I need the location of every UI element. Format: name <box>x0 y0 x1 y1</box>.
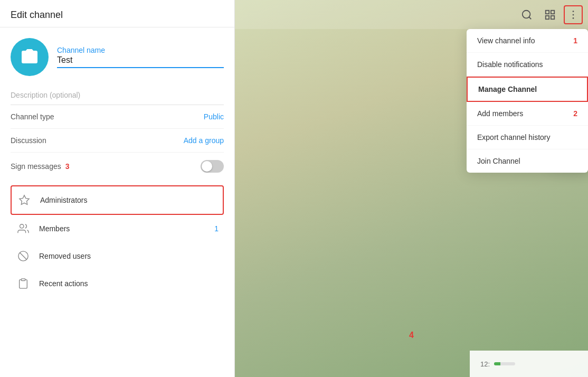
bottom-bar: 12: CANCEL <box>470 351 588 377</box>
disable-notifications-label: Disable notifications <box>477 60 543 69</box>
add-members-label: Add members <box>477 109 523 118</box>
svg-line-3 <box>20 253 27 260</box>
svg-rect-4 <box>21 279 25 281</box>
channel-type-label: Channel type <box>11 112 54 121</box>
dropdown-add-members[interactable]: Add members 2 <box>467 102 588 126</box>
sign-messages-label-group: Sign messages 3 <box>11 162 70 171</box>
join-channel-label: Join Channel <box>477 157 520 165</box>
ban-icon <box>16 249 31 263</box>
nav-item-recent-actions[interactable]: Recent actions <box>11 270 224 297</box>
administrators-label: Administrators <box>40 196 87 204</box>
left-panel: Edit channel Channel name Test Descripti… <box>0 0 235 377</box>
nav-item-members[interactable]: Members 1 <box>11 215 224 242</box>
members-label: Members <box>39 224 70 233</box>
avatar[interactable] <box>11 38 49 76</box>
step-3-number: 3 <box>65 162 70 171</box>
channel-name-label: Channel name <box>57 46 224 54</box>
time-label: 12: <box>480 360 490 368</box>
svg-point-1 <box>20 224 24 228</box>
discussion-value[interactable]: Add a group <box>184 136 224 145</box>
discussion-label: Discussion <box>11 136 46 145</box>
page-title: Edit channel <box>11 10 63 20</box>
main-area: View channel info 1 Disable notification… <box>235 0 588 377</box>
channel-type-value[interactable]: Public <box>204 112 224 121</box>
channel-type-row: Channel type Public <box>11 105 224 129</box>
channel-profile: Channel name Test <box>0 27 234 81</box>
progress-fill <box>494 362 500 365</box>
view-channel-info-num: 1 <box>573 36 577 45</box>
users-icon <box>16 221 31 236</box>
progress-bar <box>494 362 515 365</box>
dropdown-disable-notifications[interactable]: Disable notifications <box>467 53 588 77</box>
dropdown-join-channel[interactable]: Join Channel <box>467 149 588 173</box>
discussion-row: Discussion Add a group <box>11 129 224 153</box>
dropdown-export-channel-history[interactable]: Export channel history <box>467 126 588 149</box>
nav-items: Administrators Members 1 <box>0 185 234 297</box>
nav-item-administrators[interactable]: Administrators <box>11 185 224 215</box>
settings-section: Channel type Public Discussion Add a gro… <box>0 105 234 180</box>
sign-messages-row: Sign messages 3 <box>11 153 224 180</box>
dropdown-manage-channel[interactable]: Manage Channel <box>467 77 588 102</box>
sign-messages-label: Sign messages <box>11 162 61 171</box>
nav-item-removed-users[interactable]: Removed users <box>11 242 224 270</box>
removed-users-label: Removed users <box>39 252 91 260</box>
export-channel-history-label: Export channel history <box>477 133 551 142</box>
members-count: 1 <box>214 224 219 233</box>
progress-indicator: 12: <box>480 360 515 368</box>
svg-marker-0 <box>20 195 29 204</box>
dropdown-menu: View channel info 1 Disable notification… <box>467 29 588 173</box>
recent-actions-label: Recent actions <box>39 279 88 288</box>
view-channel-info-label: View channel info <box>477 36 535 45</box>
sign-messages-toggle[interactable] <box>201 160 224 173</box>
star-icon <box>17 193 32 208</box>
add-members-num: 2 <box>573 109 577 118</box>
step-4-number: 4 <box>409 331 414 340</box>
clipboard-icon <box>16 276 31 291</box>
left-header: Edit channel <box>0 0 234 27</box>
dropdown-view-channel-info[interactable]: View channel info 1 <box>467 29 588 53</box>
channel-name-input[interactable]: Test <box>57 55 224 68</box>
camera-icon <box>20 48 39 67</box>
channel-name-section: Channel name Test <box>57 46 224 68</box>
manage-channel-label: Manage Channel <box>478 85 537 93</box>
description-field[interactable]: Description (optional) <box>11 86 224 105</box>
